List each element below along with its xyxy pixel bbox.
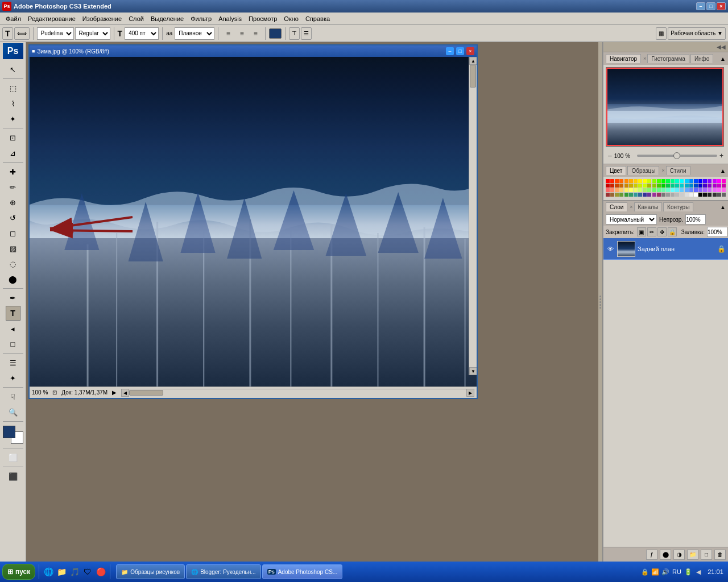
color-swatch[interactable]: [698, 193, 702, 197]
foreground-color[interactable]: [3, 426, 15, 438]
color-swatch[interactable]: [708, 184, 712, 188]
blur-tool[interactable]: ◌: [6, 256, 20, 271]
scroll-up-button[interactable]: ▲: [469, 57, 477, 65]
blend-mode-select[interactable]: Нормальный: [606, 214, 657, 225]
color-swatch[interactable]: [698, 179, 702, 183]
font-style-select[interactable]: Regular: [75, 27, 110, 40]
document-canvas[interactable]: [30, 57, 477, 386]
palettes-button[interactable]: ☰: [301, 27, 312, 40]
color-swatch[interactable]: [689, 179, 693, 183]
color-swatch[interactable]: [606, 193, 610, 197]
color-swatch[interactable]: [606, 179, 610, 183]
fill-input[interactable]: [707, 227, 727, 237]
anti-alias-select[interactable]: Плавное: [175, 27, 214, 40]
color-swatch[interactable]: [629, 188, 633, 192]
new-group-button[interactable]: 📁: [687, 550, 698, 560]
screen-mode-button[interactable]: ⬛: [6, 469, 20, 484]
color-swatch[interactable]: [647, 188, 651, 192]
notes-tool[interactable]: ☰: [6, 355, 20, 370]
color-swatch[interactable]: [717, 193, 721, 197]
color-swatch[interactable]: [657, 193, 661, 197]
color-swatch[interactable]: [652, 179, 656, 183]
color-swatch[interactable]: [624, 188, 628, 192]
color-swatch[interactable]: [652, 188, 656, 192]
color-swatch[interactable]: [689, 193, 693, 197]
menu-filter[interactable]: Фильтр: [187, 14, 215, 23]
color-swatch[interactable]: [606, 184, 610, 188]
layers-panel-collapse[interactable]: ▲: [720, 204, 726, 210]
taskbar-app-explorer[interactable]: 📁 Образцы рисунков: [116, 564, 185, 579]
color-swatch[interactable]: [680, 193, 684, 197]
color-swatch[interactable]: [666, 188, 670, 192]
color-swatch[interactable]: [675, 184, 679, 188]
tab-channels[interactable]: Каналы: [634, 202, 663, 211]
doc-maximize-button[interactable]: □: [456, 47, 464, 55]
layer-visibility-button[interactable]: 👁: [606, 244, 615, 253]
color-swatch[interactable]: [671, 184, 675, 188]
color-swatch[interactable]: [671, 179, 675, 183]
navigator-viewbox[interactable]: [606, 68, 723, 146]
taskbar-app-blogger[interactable]: 🌐 Blogger: Рукодельн...: [186, 564, 261, 579]
color-swatch[interactable]: [689, 188, 693, 192]
language-indicator[interactable]: RU: [672, 568, 681, 575]
new-layer-button[interactable]: □: [701, 550, 712, 560]
color-swatch[interactable]: [661, 184, 665, 188]
lock-image-button[interactable]: ✏: [647, 227, 656, 236]
color-swatch[interactable]: [680, 184, 684, 188]
color-swatch[interactable]: [647, 179, 651, 183]
tab-navigator-close[interactable]: ×: [643, 56, 646, 61]
doc-minimize-button[interactable]: –: [446, 47, 454, 55]
color-swatch[interactable]: [680, 179, 684, 183]
color-swatch[interactable]: [615, 188, 619, 192]
color-swatch[interactable]: [657, 179, 661, 183]
maximize-button[interactable]: □: [706, 2, 715, 10]
tab-layers[interactable]: Слои: [606, 202, 627, 211]
color-swatch[interactable]: [694, 193, 698, 197]
color-swatch[interactable]: [685, 184, 689, 188]
workspace-select[interactable]: Рабочая область ▼: [668, 27, 726, 40]
healing-brush-tool[interactable]: ✚: [6, 164, 20, 179]
color-swatch[interactable]: [643, 184, 647, 188]
color-swatch[interactable]: [717, 184, 721, 188]
color-swatch[interactable]: [610, 193, 614, 197]
delete-layer-button[interactable]: 🗑: [714, 550, 726, 560]
color-swatch[interactable]: [657, 184, 661, 188]
color-boxes[interactable]: [3, 426, 23, 444]
horizontal-scrollbar[interactable]: ◀ ▶: [121, 389, 474, 397]
explorer-icon[interactable]: 📁: [56, 566, 67, 577]
color-swatch[interactable]: [722, 193, 726, 197]
lock-transparent-button[interactable]: ▣: [637, 227, 646, 236]
tab-styles[interactable]: Стили: [666, 166, 690, 175]
gradient-tool[interactable]: ▨: [6, 241, 20, 256]
close-button[interactable]: ×: [717, 2, 726, 10]
color-swatch[interactable]: [624, 179, 628, 183]
color-swatch[interactable]: [624, 184, 628, 188]
color-panel-collapse[interactable]: ▲: [720, 168, 726, 174]
magic-wand-tool[interactable]: ✦: [6, 111, 20, 126]
zoom-slider-handle[interactable]: [673, 152, 680, 159]
scroll-left-button[interactable]: ◀: [121, 389, 129, 397]
lock-all-button[interactable]: 🔒: [668, 227, 677, 236]
color-swatch[interactable]: [619, 184, 623, 188]
text-tool[interactable]: T: [6, 306, 20, 321]
color-swatch[interactable]: [610, 179, 614, 183]
lasso-tool[interactable]: ⌇: [6, 96, 20, 111]
path-selection-tool[interactable]: ◂: [6, 321, 20, 336]
eraser-tool[interactable]: ◻: [6, 226, 20, 240]
color-swatch[interactable]: [643, 188, 647, 192]
history-brush-tool[interactable]: ↺: [6, 210, 20, 225]
start-button[interactable]: ⊞ пуск: [2, 564, 35, 580]
zoom-tool[interactable]: 🔍: [6, 405, 20, 419]
color-swatch[interactable]: [722, 184, 726, 188]
menu-window[interactable]: Окно: [280, 14, 302, 23]
menu-select[interactable]: Выделение: [147, 14, 187, 23]
color-swatch[interactable]: [638, 188, 642, 192]
color-swatch[interactable]: [703, 188, 707, 192]
color-swatch[interactable]: [713, 179, 717, 183]
color-swatch[interactable]: [615, 184, 619, 188]
color-swatch[interactable]: [629, 179, 633, 183]
color-swatch[interactable]: [610, 184, 614, 188]
crop-tool[interactable]: ⊡: [6, 130, 20, 145]
arrow-icon[interactable]: ◀: [694, 567, 703, 576]
color-swatch[interactable]: [638, 179, 642, 183]
